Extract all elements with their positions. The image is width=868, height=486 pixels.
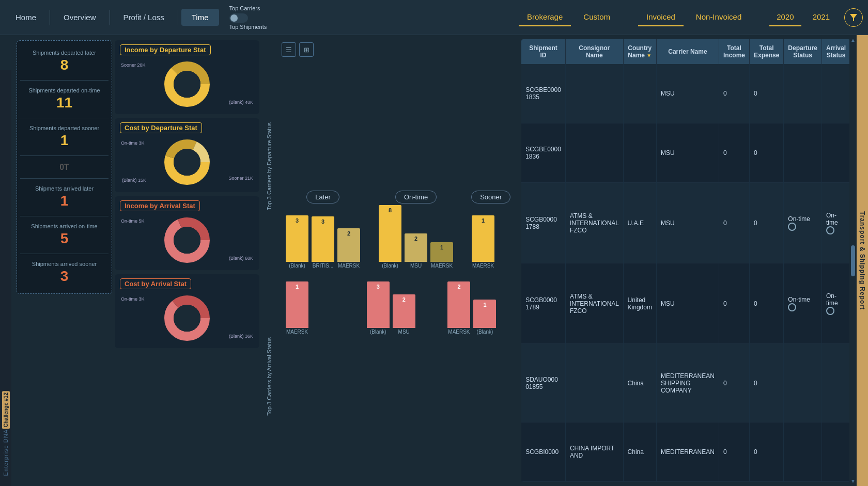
col-country[interactable]: Country Name ▼ bbox=[623, 39, 656, 64]
table-body: SCGBE0000 1835 MSU 0 0 SCGBE0000 1836 MS… bbox=[521, 64, 850, 482]
sooner-group: Sooner 1 MAERSK bbox=[467, 191, 515, 269]
nav-home[interactable]: Home bbox=[5, 9, 47, 26]
scroll-up-arrow[interactable]: ▲ bbox=[850, 37, 856, 43]
bar-later-blank-rect: 3 bbox=[286, 215, 308, 262]
col-dep-status[interactable]: Departure Status bbox=[784, 39, 822, 64]
donut-svg-income-arr bbox=[159, 214, 215, 266]
blank-cost-dep: (Blank) 15K bbox=[122, 178, 146, 183]
stat-divider-5 bbox=[20, 216, 109, 216]
arrival-later-bar-group: 1 MAERSK bbox=[281, 273, 353, 335]
table-header-row: Shipment ID Consignor Name Country Name … bbox=[521, 39, 850, 64]
stat-arrived-later: Shipments arrived later 1 bbox=[20, 182, 109, 213]
expand-ctrl-icon[interactable]: ⊞ bbox=[299, 42, 314, 57]
ontime-btn[interactable]: On-time bbox=[395, 191, 437, 203]
bar-ontime-msu: 2 MSU bbox=[405, 233, 427, 269]
blank-cost-arr: (Blank) 36K bbox=[229, 334, 253, 339]
cell-dep-status bbox=[784, 422, 822, 481]
nav-year-2021[interactable]: 2021 bbox=[805, 8, 837, 26]
bar-arr-ontime-blank: 3 (Blank) bbox=[367, 281, 390, 335]
bar-ontime-maersk-rect: 1 bbox=[430, 242, 453, 262]
cost-arrival-card: Cost by Arrival Stat On-time 3K (Blank) … bbox=[115, 274, 259, 348]
bar-sooner-maersk: 1 MAERSK bbox=[472, 215, 494, 269]
col-income[interactable]: Total Income bbox=[719, 39, 749, 64]
table-row: SCGBE0000 1836 MSU 0 0 bbox=[521, 123, 850, 182]
table-row: SCGB0000 1788 ATMS & INTERNATIONAL FZCO … bbox=[521, 182, 850, 263]
stat-departed-sooner-value: 1 bbox=[22, 132, 106, 149]
ontime-arr: On-time 5K bbox=[121, 218, 145, 224]
cell-expense: 0 bbox=[749, 123, 783, 182]
sooner-btn[interactable]: Sooner bbox=[471, 191, 510, 203]
nav-invoiced[interactable]: Invoiced bbox=[638, 8, 684, 26]
cost-departure-card: Cost by Departure Stat On-time 3K (Blank… bbox=[115, 118, 259, 192]
cell-dep-status: On-time bbox=[784, 263, 822, 344]
income-departure-donut: Sooner 20K (Blank) 48K bbox=[120, 58, 254, 110]
stat-arrived-later-label: Shipments arrived later bbox=[22, 185, 106, 192]
bar-arr-ontime-msu-rect: 2 bbox=[393, 294, 415, 328]
income-arrival-title: Income by Arrival Stat bbox=[120, 200, 200, 211]
top-carriers-toggle[interactable] bbox=[229, 13, 248, 23]
cell-carrier: MSU bbox=[656, 123, 719, 182]
cell-country: China bbox=[623, 422, 656, 481]
challenge-badge: Challenge #12 bbox=[2, 391, 10, 429]
nav-brokerage[interactable]: Brokerage bbox=[519, 8, 571, 26]
dep-radio[interactable] bbox=[788, 303, 796, 311]
ontime-bar-group: 8 (Blank) 2 MSU bbox=[374, 207, 458, 269]
col-shipment-id[interactable]: Shipment ID bbox=[521, 39, 565, 64]
cell-carrier: MEDITERRANEAN SHIPPING COMPANY bbox=[656, 344, 719, 422]
cell-arr-status bbox=[822, 422, 850, 481]
income-arrival-card: Income by Arrival Stat On-time 5K (Blank… bbox=[115, 196, 259, 270]
stat-divider-1 bbox=[20, 80, 109, 81]
nav-custom[interactable]: Custom bbox=[575, 8, 618, 26]
nav-profit-loss[interactable]: Profit / Loss bbox=[113, 9, 175, 26]
sooner-cost-dep: Sooner 21K bbox=[228, 176, 253, 181]
filter-icon[interactable] bbox=[844, 8, 863, 27]
col-expense[interactable]: Total Expense bbox=[749, 39, 783, 64]
col-arr-status[interactable]: Arrival Status bbox=[822, 39, 850, 64]
cell-income: 0 bbox=[719, 344, 749, 422]
cell-carrier: MEDITERRANEAN bbox=[656, 422, 719, 481]
nav-non-invoiced[interactable]: Non-Invoiced bbox=[688, 8, 750, 26]
nav-divider-1 bbox=[50, 10, 50, 25]
col-consignor[interactable]: Consignor Name bbox=[565, 39, 623, 64]
nav-overview[interactable]: Overview bbox=[53, 9, 106, 26]
bar-later-britis-rect: 3 bbox=[312, 216, 334, 262]
scrollbar[interactable]: ▲ ▼ bbox=[849, 35, 857, 486]
scrollbar-thumb[interactable] bbox=[851, 245, 855, 276]
cost-arrival-donut: On-time 3K (Blank) 36K bbox=[120, 292, 254, 344]
donut-svg-cost-dep bbox=[159, 136, 215, 188]
cell-country: United Kingdom bbox=[623, 263, 656, 344]
arr-radio[interactable] bbox=[826, 307, 834, 315]
stat-departed-later-label: Shipments departed later bbox=[22, 49, 106, 56]
bar-sooner-maersk-rect: 1 bbox=[472, 215, 494, 262]
bar-later-maersk-rect: 2 bbox=[337, 228, 360, 262]
cell-consignor bbox=[565, 344, 623, 422]
scroll-down-arrow[interactable]: ▼ bbox=[850, 478, 856, 484]
table-row: SDAUO000 01855 China MEDITERRANEAN SHIPP… bbox=[521, 344, 850, 422]
left-stats-container: Shipments departed later 8 Shipments dep… bbox=[11, 35, 112, 486]
stat-departed-ontime: Shipments departed on-time 11 bbox=[20, 84, 109, 115]
sort-arrow-country: ▼ bbox=[646, 53, 652, 58]
cell-country bbox=[623, 64, 656, 123]
bar-arr-ontime-msu: 2 MSU bbox=[393, 294, 415, 335]
later-bar-group: 3 (Blank) 3 BRITIS... bbox=[281, 207, 365, 269]
arr-radio[interactable] bbox=[826, 226, 834, 234]
funnel-svg bbox=[849, 13, 858, 22]
filter-ctrl-icon[interactable]: ☰ bbox=[282, 42, 296, 57]
income-departure-card: Income by Departure Stat Sooner 20K (Bla… bbox=[115, 40, 259, 114]
svg-point-3 bbox=[174, 71, 200, 98]
cell-shipment-id: SCGBE0000 1836 bbox=[521, 123, 565, 182]
cell-consignor: CHINA IMPORT AND bbox=[565, 422, 623, 481]
blank-label-dep: (Blank) 48K bbox=[229, 100, 253, 105]
cell-shipment-id: SDAUO000 01855 bbox=[521, 344, 565, 422]
dep-radio[interactable] bbox=[788, 223, 796, 231]
cell-country bbox=[623, 123, 656, 182]
enterprise-label: Enterprise DNA bbox=[3, 429, 9, 476]
later-btn[interactable]: Later bbox=[306, 191, 339, 203]
nav-year-2020[interactable]: 2020 bbox=[769, 8, 801, 26]
arrival-sooner-bar-group: 2 MAERSK 1 (Blank) bbox=[442, 273, 515, 335]
cell-country: China bbox=[623, 344, 656, 422]
table-row: SCGBE0000 1835 MSU 0 0 bbox=[521, 64, 850, 123]
cell-income: 0 bbox=[719, 64, 749, 123]
nav-time[interactable]: Time bbox=[181, 9, 219, 26]
col-carrier[interactable]: Carrier Name bbox=[656, 39, 719, 64]
